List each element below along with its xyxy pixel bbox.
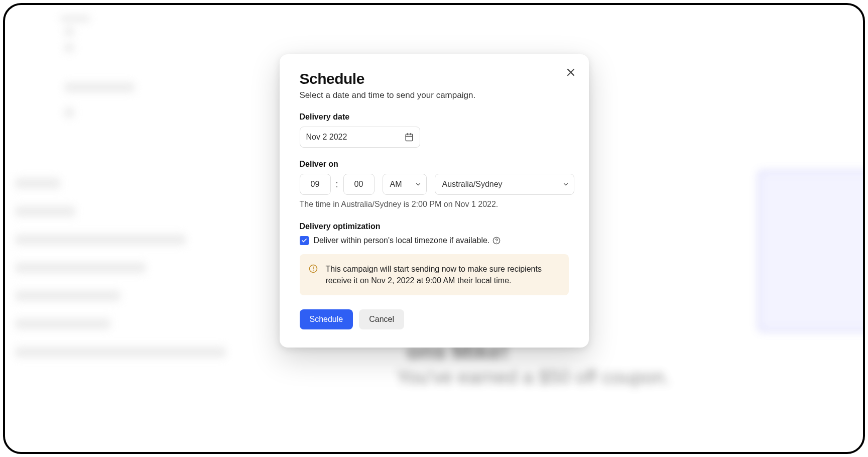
time-colon: : — [335, 179, 339, 190]
help-icon[interactable] — [492, 237, 501, 245]
optimization-label: Delivery optimization — [300, 222, 569, 231]
delivery-date-input[interactable]: Nov 2 2022 — [300, 127, 420, 148]
schedule-button[interactable]: Schedule — [300, 309, 353, 329]
browser-frame: t for you! ons Mike! You've earned a $50… — [3, 3, 865, 454]
modal-title: Schedule — [300, 70, 569, 87]
delivery-date-value: Nov 2 2022 — [306, 133, 347, 142]
deliver-on-label: Deliver on — [300, 160, 569, 169]
hour-input[interactable] — [300, 174, 331, 195]
minute-input[interactable] — [343, 174, 375, 195]
calendar-icon — [405, 133, 414, 142]
checkbox-label-text: Deliver within person's local timezone i… — [314, 236, 490, 245]
alert-text: This campaign will start sending now to … — [326, 263, 559, 286]
timezone-hint: The time in Australia/Sydney is 2:00 PM … — [300, 200, 569, 209]
cancel-button[interactable]: Cancel — [359, 309, 404, 329]
close-button[interactable] — [564, 65, 578, 79]
schedule-modal: Schedule Select a date and time to send … — [280, 54, 589, 348]
alert-icon — [309, 264, 318, 273]
modal-overlay: Schedule Select a date and time to send … — [5, 5, 863, 452]
delivery-date-label: Delivery date — [300, 112, 569, 122]
close-icon — [566, 68, 575, 77]
modal-subtitle: Select a date and time to send your camp… — [300, 90, 569, 100]
local-timezone-checkbox[interactable] — [300, 236, 309, 245]
timezone-select[interactable]: Australia/Sydney — [435, 174, 574, 195]
check-icon — [301, 238, 307, 244]
svg-rect-2 — [406, 134, 413, 141]
info-alert: This campaign will start sending now to … — [300, 254, 569, 295]
ampm-select[interactable]: AM — [383, 174, 427, 195]
